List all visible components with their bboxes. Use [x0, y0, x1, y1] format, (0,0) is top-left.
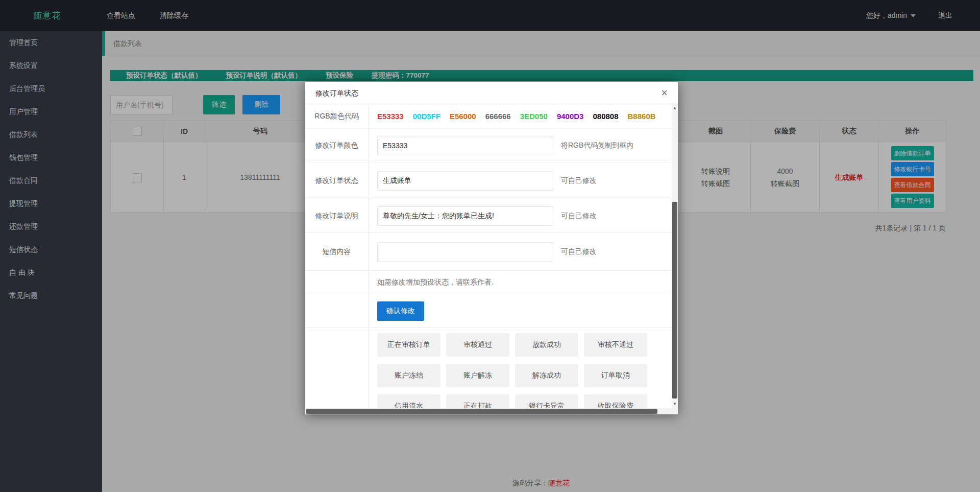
rgb-code: E53333 [377, 112, 404, 121]
rgb-code: 9400D3 [557, 112, 584, 121]
preset-status-button[interactable]: 放款成功 [515, 333, 578, 357]
preset-status-button[interactable]: 正在审核订单 [377, 333, 440, 357]
preset-status-row: 正在审核订单 审核通过 放款成功 审核不通过 账户冻结 账户解冻 解冻成功 订单… [305, 328, 672, 414]
modal-body: RGB颜色代码 E53333 00D5FF E56000 666666 3ED0… [305, 104, 678, 414]
note-label-empty [305, 271, 369, 294]
rgb-codes-label: RGB颜色代码 [305, 104, 369, 128]
rgb-code: B8860B [628, 112, 656, 121]
rgb-code-list: E53333 00D5FF E56000 666666 3ED050 9400D… [377, 112, 656, 121]
order-status-label: 修改订单状态 [305, 162, 369, 199]
rgb-code: 080808 [593, 112, 618, 121]
order-desc-row: 修改订单说明 可自己修改 [305, 199, 672, 233]
preset-status-button[interactable]: 账户冻结 [377, 364, 440, 387]
order-color-hint: 将RGB代码复制到框内 [561, 141, 633, 150]
vertical-scroll-thumb[interactable] [672, 202, 677, 399]
order-color-row: 修改订单颜色 将RGB代码复制到框内 [305, 129, 672, 162]
rgb-codes-row: RGB颜色代码 E53333 00D5FF E56000 666666 3ED0… [305, 104, 672, 129]
preset-status-button[interactable]: 解冻成功 [515, 364, 578, 387]
order-desc-hint: 可自己修改 [561, 212, 597, 221]
rgb-code: E56000 [450, 112, 476, 121]
order-status-hint: 可自己修改 [561, 176, 597, 185]
horizontal-scroll-thumb[interactable] [306, 409, 657, 414]
modal-vertical-scrollbar[interactable]: ▲ ▼ [672, 104, 678, 408]
preset-status-button[interactable]: 订单取消 [584, 364, 647, 387]
scroll-down-arrow-icon[interactable]: ▼ [672, 400, 678, 408]
sms-content-hint: 可自己修改 [561, 247, 597, 256]
edit-order-status-modal: 修改订单状态 × RGB颜色代码 E53333 00D5FF E56000 66… [305, 82, 678, 414]
preset-status-button[interactable]: 审核通过 [446, 333, 509, 357]
rgb-code: 3ED050 [520, 112, 548, 121]
contact-author-note: 如需修改增加预设状态，请联系作者. [377, 278, 494, 287]
confirm-row: 确认修改 [305, 294, 672, 328]
order-desc-label: 修改订单说明 [305, 199, 369, 232]
order-status-row: 修改订单状态 可自己修改 [305, 162, 672, 199]
scrollbar-corner [672, 408, 678, 414]
sms-content-label: 短信内容 [305, 233, 369, 270]
order-color-label: 修改订单颜色 [305, 129, 369, 162]
preset-status-button[interactable]: 审核不通过 [584, 333, 647, 357]
confirm-label-empty [305, 294, 369, 327]
rgb-code: 666666 [485, 112, 511, 121]
modal-header: 修改订单状态 × [305, 82, 678, 104]
close-icon[interactable]: × [658, 82, 671, 104]
note-row: 如需修改增加预设状态，请联系作者. [305, 271, 672, 294]
rgb-code: 00D5FF [413, 112, 440, 121]
order-color-input[interactable] [377, 136, 553, 155]
modal-title: 修改订单状态 [305, 89, 358, 97]
scroll-up-arrow-icon[interactable]: ▲ [672, 104, 678, 112]
preset-status-button[interactable]: 账户解冻 [446, 364, 509, 387]
order-desc-input[interactable] [377, 206, 553, 226]
sms-content-row: 短信内容 可自己修改 [305, 233, 672, 271]
modal-horizontal-scrollbar[interactable] [305, 408, 672, 414]
order-status-input[interactable] [377, 171, 553, 191]
confirm-edit-button[interactable]: 确认修改 [377, 301, 424, 321]
sms-content-input[interactable] [377, 242, 553, 262]
presets-label-empty [305, 328, 369, 414]
